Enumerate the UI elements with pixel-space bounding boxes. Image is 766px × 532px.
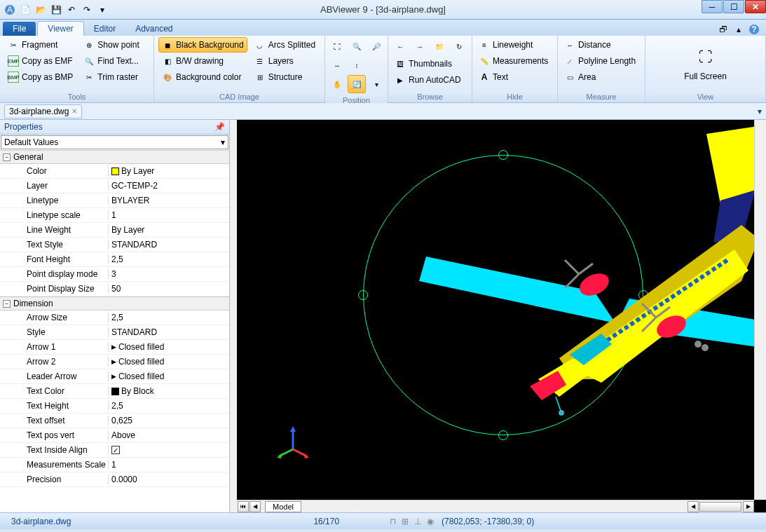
polyline-length-button[interactable]: ⟋Polyline Length xyxy=(561,53,642,69)
property-row[interactable]: Text pos vertAbove xyxy=(0,428,229,443)
property-row[interactable]: Arrow 2▶Closed filled xyxy=(0,355,229,369)
property-value[interactable]: 1 xyxy=(109,460,229,470)
tab-viewer[interactable]: Viewer xyxy=(37,21,83,36)
help-icon[interactable]: ? xyxy=(748,23,760,36)
property-row[interactable]: Precision0.0000 xyxy=(0,472,229,487)
property-value[interactable]: ▶Closed filled xyxy=(109,357,229,367)
zoom-extents-button[interactable]: ⛶ xyxy=(328,37,346,55)
scroll-first-icon[interactable]: ⏮ xyxy=(238,501,249,512)
fit-width-button[interactable]: ↔ xyxy=(328,56,346,74)
next-button[interactable]: → xyxy=(411,37,429,55)
collapse-icon[interactable]: − xyxy=(3,300,11,308)
property-row[interactable]: Text offset0,625 xyxy=(0,414,229,428)
property-row[interactable]: ColorBy Layer xyxy=(0,164,229,179)
save-icon[interactable]: 💾 xyxy=(49,3,63,17)
property-row[interactable]: Line WeightBy Layer xyxy=(0,223,229,238)
property-value[interactable]: 3 xyxy=(109,269,229,279)
property-row[interactable]: Text ColorBy Block xyxy=(0,384,229,399)
model-tab[interactable]: Model xyxy=(265,501,301,512)
prev-button[interactable]: ← xyxy=(391,37,409,55)
fragment-button[interactable]: ✂Fragment xyxy=(4,37,76,53)
polar-icon[interactable]: ◉ xyxy=(425,516,436,527)
property-value[interactable]: 1 xyxy=(109,210,229,220)
grid-icon[interactable]: ⊞ xyxy=(399,516,411,527)
bw-drawing-button[interactable]: ◧B/W drawing xyxy=(158,53,247,69)
close-button[interactable]: ✕ xyxy=(745,0,766,13)
distance-button[interactable]: ↔Distance xyxy=(561,37,642,53)
orbit-handle-left[interactable] xyxy=(358,290,368,300)
checkbox[interactable]: ✓ xyxy=(111,446,120,454)
property-value[interactable]: 2,5 xyxy=(109,313,229,322)
lineweight-button[interactable]: ≡Lineweight xyxy=(475,37,554,53)
property-value[interactable]: By Layer xyxy=(109,225,229,235)
vertical-scrollbar[interactable] xyxy=(754,120,766,500)
property-row[interactable]: Arrow 1▶Closed filled xyxy=(0,340,229,355)
tab-editor[interactable]: Editor xyxy=(84,22,125,36)
tab-advanced[interactable]: Advanced xyxy=(125,22,182,36)
folder-button[interactable]: 📁 xyxy=(430,37,449,55)
run-autocad-button[interactable]: ▶Run AutoCAD xyxy=(391,72,469,88)
properties-combo[interactable]: Default Values ▾ xyxy=(1,135,228,149)
property-row[interactable]: Font Height2,5 xyxy=(0,252,229,267)
property-row[interactable]: Text Height2,5 xyxy=(0,399,229,414)
document-tab[interactable]: 3d-airplane.dwg ✕ xyxy=(4,104,82,118)
property-group-dimension[interactable]: − Dimension xyxy=(0,296,229,311)
property-row[interactable]: StyleSTANDARD xyxy=(0,325,229,340)
arcs-splitted-button[interactable]: ◡Arcs Splitted xyxy=(251,37,319,53)
text-button[interactable]: AText xyxy=(475,69,554,85)
property-value[interactable]: STANDARD xyxy=(109,327,229,337)
scroll-right-icon[interactable]: ▶ xyxy=(743,501,754,512)
property-value[interactable]: 2,5 xyxy=(109,254,229,264)
bg-color-button[interactable]: 🎨Background color xyxy=(158,69,247,85)
property-value[interactable]: 50 xyxy=(109,284,229,294)
property-value[interactable]: ▶Closed filled xyxy=(109,371,229,381)
property-row[interactable]: Point display mode3 xyxy=(0,267,229,282)
open-icon[interactable]: 📂 xyxy=(34,3,48,17)
pan-button[interactable]: ✋ xyxy=(328,75,346,93)
property-value[interactable]: ▶Closed filled xyxy=(109,342,229,352)
property-value[interactable]: By Block xyxy=(109,386,229,396)
new-icon[interactable]: 📄 xyxy=(18,3,32,17)
close-tab-icon[interactable]: ✕ xyxy=(71,107,77,115)
thumbnails-button[interactable]: 🖼Thumbnails xyxy=(391,56,469,71)
ribbon-minimize-icon[interactable]: ▴ xyxy=(732,23,745,36)
fit-height-button[interactable]: ↕ xyxy=(348,56,366,74)
copy-bmp-button[interactable]: BMPCopy as BMP xyxy=(4,69,76,85)
property-value[interactable]: STANDARD xyxy=(109,240,229,250)
property-row[interactable]: Text StyleSTANDARD xyxy=(0,238,229,252)
redo-icon[interactable]: ↷ xyxy=(80,3,94,17)
qat-dropdown-icon[interactable]: ▾ xyxy=(95,3,109,17)
full-screen-button[interactable]: ⛶Full Screen xyxy=(681,41,730,86)
black-background-button[interactable]: ◼Black Background xyxy=(158,37,247,53)
orbit-dropdown[interactable]: ▾ xyxy=(367,75,385,93)
copy-emf-button[interactable]: EMFCopy as EMF xyxy=(4,53,76,69)
property-value[interactable]: 2,5 xyxy=(109,401,229,411)
trim-raster-button[interactable]: ✂Trim raster xyxy=(80,69,142,85)
find-text-button[interactable]: 🔍Find Text... xyxy=(80,53,142,69)
property-value[interactable]: Above xyxy=(109,430,229,440)
property-row[interactable]: LayerGC-TEMP-2 xyxy=(0,179,229,193)
structure-button[interactable]: ⊞Structure xyxy=(251,69,319,85)
ortho-icon[interactable]: ⊥ xyxy=(412,516,423,527)
property-row[interactable]: Arrow Size2,5 xyxy=(0,311,229,325)
property-row[interactable]: Point Display Size50 xyxy=(0,282,229,296)
collapse-icon[interactable]: − xyxy=(3,154,11,161)
scroll-prev-icon[interactable]: ◀ xyxy=(249,501,261,512)
property-value[interactable]: GC-TEMP-2 xyxy=(109,181,229,191)
property-row[interactable]: Linetype scale1 xyxy=(0,208,229,223)
snap-icon[interactable]: ⊓ xyxy=(387,516,398,527)
property-row[interactable]: Text Inside Align✓ xyxy=(0,443,229,458)
property-value[interactable]: 0,625 xyxy=(109,416,229,425)
zoom-out-button[interactable]: 🔎 xyxy=(367,37,385,55)
viewport[interactable]: ⏮ ◀ Model ◀ ▶ xyxy=(230,120,766,512)
tabs-dropdown-icon[interactable]: ▾ xyxy=(758,107,762,116)
scroll-thumb[interactable] xyxy=(699,502,741,512)
area-button[interactable]: ▭Area xyxy=(561,69,642,85)
show-point-button[interactable]: ⊕Show point xyxy=(80,37,142,53)
undo-icon[interactable]: ↶ xyxy=(64,3,78,17)
property-value[interactable]: 0.0000 xyxy=(109,475,229,484)
property-row[interactable]: Leader Arrow▶Closed filled xyxy=(0,369,229,384)
property-value[interactable]: BYLAYER xyxy=(109,196,229,205)
property-row[interactable]: LinetypeBYLAYER xyxy=(0,193,229,208)
layers-button[interactable]: ☰Layers xyxy=(251,53,319,69)
